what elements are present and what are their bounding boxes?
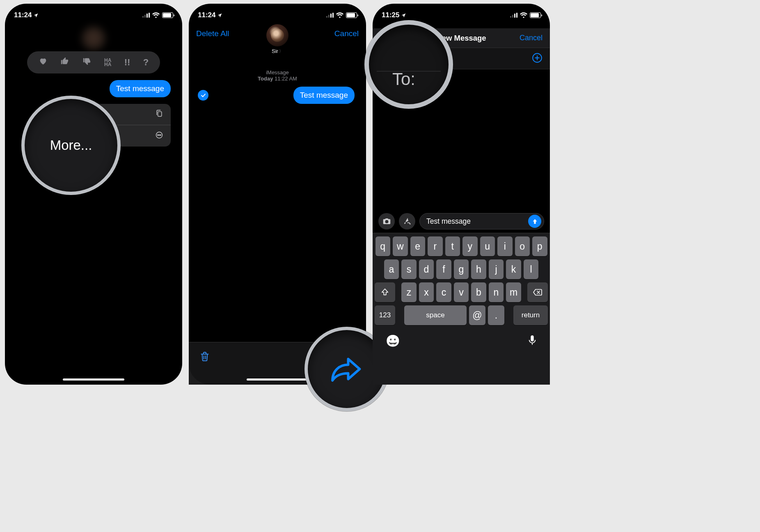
key-at[interactable]: @ [469,305,485,325]
keyboard-bottom-row: 😀 [373,325,550,353]
status-time: 11:24 [198,11,215,19]
location-icon [33,13,39,18]
message-text: Test message [300,91,348,99]
key-space[interactable]: space [404,305,467,325]
key-s[interactable]: s [401,259,417,279]
home-indicator[interactable] [247,378,308,381]
key-u[interactable]: u [480,236,495,256]
key-q[interactable]: q [375,236,391,256]
key-y[interactable]: y [462,236,478,256]
key-k[interactable]: k [506,259,521,279]
battery-icon [530,12,541,18]
zoom-callout-more: More... [21,96,121,195]
home-indicator[interactable] [63,378,124,381]
keyboard-row-1: q w e r t y u i o p [373,233,550,256]
status-bar: 11:25 [373,4,550,23]
key-f[interactable]: f [436,259,451,279]
key-r[interactable]: r [428,236,443,256]
key-dot[interactable]: . [488,305,504,325]
tapback-question-icon[interactable]: ? [143,57,149,68]
compose-bar: Test message [373,210,550,233]
message-bubble[interactable]: Test message [293,87,355,104]
key-w[interactable]: w [393,236,408,256]
status-bar: 11:24 [189,4,366,23]
key-return[interactable]: return [513,305,548,325]
zoom-callout-to-field: To: [364,20,453,109]
chevron-right-icon: 〉 [279,48,283,54]
wifi-icon [152,12,160,18]
key-t[interactable]: t [445,236,460,256]
key-d[interactable]: d [419,259,434,279]
status-bar: 11:24 [5,4,182,23]
key-backspace[interactable] [527,282,548,302]
message-selected-checkbox[interactable] [198,90,208,101]
send-button[interactable] [528,215,541,228]
key-123[interactable]: 123 [375,305,395,325]
signal-icon [142,13,150,18]
cancel-button[interactable]: Cancel [520,34,543,42]
keyboard-row-2: a s d f g h j k l [373,256,550,279]
thread-time-label: 11:22 AM [275,76,297,82]
key-m[interactable]: m [506,282,521,302]
contact-avatar [266,24,288,46]
cancel-button[interactable]: Cancel [334,29,359,38]
svg-point-4 [160,135,161,135]
svg-point-3 [159,135,160,135]
wifi-icon [520,12,527,18]
signal-icon [510,13,517,18]
key-shift[interactable] [375,282,395,302]
status-time: 11:24 [14,11,32,19]
key-i[interactable]: i [497,236,513,256]
contact-header[interactable]: Sir 〉 [266,24,288,55]
key-c[interactable]: c [436,282,451,302]
key-e[interactable]: e [410,236,426,256]
message-text: Test message [116,84,164,93]
zoom-label: To: [392,69,415,89]
location-icon [217,13,222,18]
emoji-button[interactable]: 😀 [386,334,400,348]
tapback-thumbsup-icon[interactable] [60,57,69,68]
key-n[interactable]: n [489,282,504,302]
thread-type-label: iMessage [189,69,366,76]
thread-meta: iMessage Today 11:22 AM [189,69,366,82]
contact-name-label: Sir [272,48,278,54]
tapback-heart-icon[interactable] [39,57,48,68]
delete-all-button[interactable]: Delete All [196,29,229,38]
dictation-button[interactable] [528,335,537,348]
appstore-button[interactable] [399,213,415,229]
camera-button[interactable] [378,213,395,229]
add-contact-button[interactable] [532,53,543,65]
forward-icon [330,355,364,383]
tapback-haha-icon[interactable]: HAHA [104,58,111,66]
keyboard: q w e r t y u i o p a s d f g h j k l [373,233,550,385]
key-x[interactable]: x [419,282,434,302]
thread-day-label: Today [258,76,273,82]
tapback-exclaim-icon[interactable]: !! [124,57,130,68]
copy-icon [155,109,163,119]
location-icon [401,13,406,18]
key-p[interactable]: p [532,236,547,256]
battery-icon [346,12,357,18]
key-b[interactable]: b [471,282,486,302]
key-g[interactable]: g [454,259,469,279]
tapback-thumbsdown-icon[interactable] [82,57,92,68]
key-z[interactable]: z [401,282,417,302]
screenshot-1-tapback-menu: 11:24 HAHA !! ? Test message Copy [5,4,182,385]
backspace-icon [533,288,543,296]
svg-point-2 [158,135,158,135]
key-v[interactable]: v [454,282,469,302]
message-input-text: Test message [426,217,528,226]
key-a[interactable]: a [384,259,399,279]
keyboard-row-3: z x c v b n m [373,279,550,302]
key-l[interactable]: l [524,259,539,279]
wifi-icon [336,12,343,18]
delete-button[interactable] [199,351,210,364]
key-o[interactable]: o [515,236,530,256]
message-bubble[interactable]: Test message [110,80,171,97]
signal-icon [326,13,334,18]
message-input[interactable]: Test message [419,213,544,229]
key-h[interactable]: h [471,259,486,279]
screenshot-3-new-message: 11:25 New Message Cancel To: To: [373,4,550,385]
shift-icon [380,288,389,297]
key-j[interactable]: j [489,259,504,279]
